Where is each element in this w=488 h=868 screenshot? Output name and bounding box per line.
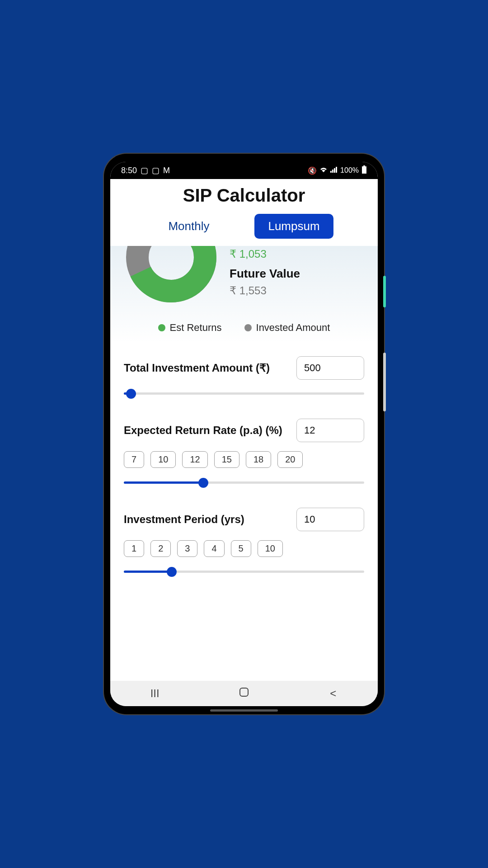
legend-returns: Est Returns [158,322,222,334]
nav-home[interactable] [204,687,284,700]
investment-period-label: Investment Period (yrs) [124,513,288,526]
svg-rect-2 [334,168,335,173]
chip-period-3[interactable]: 3 [177,540,197,557]
svg-rect-3 [336,167,337,173]
chip-rate-15[interactable]: 15 [214,451,239,468]
investment-amount-label: Total Investment Amount (₹) [124,362,288,374]
future-value: ₹ 1,553 [230,284,300,297]
mute-icon: 🔇 [308,166,317,175]
chip-period-1[interactable]: 1 [124,540,144,557]
est-returns-value: ₹ 1,053 [230,248,300,260]
nav-back[interactable]: < [293,687,374,700]
chip-rate-18[interactable]: 18 [246,451,271,468]
donut-chart [124,246,219,307]
chip-period-5[interactable]: 5 [231,540,251,557]
return-rate-slider[interactable] [124,478,364,487]
wifi-icon [319,166,328,175]
app-header: SIP Calculator [110,179,378,214]
mail-icon: M [163,166,170,175]
message-icon: ▢ [152,165,160,175]
investment-period-chips: 1 2 3 4 5 10 [124,540,364,557]
chart-legend: Est Returns Invested Amount [124,322,364,334]
return-rate-chips: 7 10 12 15 18 20 [124,451,364,468]
inputs-section: Total Investment Amount (₹) 500 Expected… [110,343,378,681]
chip-rate-10[interactable]: 10 [150,451,176,468]
power-button [383,276,386,307]
legend-invested: Invested Amount [244,322,330,334]
svg-rect-0 [330,171,332,173]
investment-period-group: Investment Period (yrs) 10 1 2 3 4 5 10 [124,508,364,576]
system-nav-bar: III < [110,681,378,706]
svg-rect-4 [363,165,365,166]
chip-rate-20[interactable]: 20 [277,451,303,468]
battery-icon [361,165,367,175]
signal-icon [330,166,338,175]
chip-period-10[interactable]: 10 [258,540,283,557]
battery-text: 100% [340,166,359,175]
chip-period-4[interactable]: 4 [204,540,224,557]
return-rate-group: Expected Return Rate (p.a) (%) 12 7 10 1… [124,419,364,487]
investment-amount-slider[interactable] [124,389,364,398]
status-time: 8:50 [121,166,137,175]
legend-dot-grey [244,324,252,331]
phone-screen: 8:50 ▢ ▢ M 🔇 100% SIP Calculator [110,162,378,706]
tabs: Monthly Lumpsum [110,214,378,246]
status-bar: 8:50 ▢ ▢ M 🔇 100% [110,162,378,179]
tab-lumpsum[interactable]: Lumpsum [254,214,333,239]
tab-monthly[interactable]: Monthly [155,214,223,239]
chart-section: ₹ 1,053 Future Value ₹ 1,553 Est Returns… [110,246,378,343]
phone-frame: 8:50 ▢ ▢ M 🔇 100% SIP Calculator [104,154,384,714]
future-value-label: Future Value [230,267,300,281]
investment-period-input[interactable]: 10 [296,508,364,531]
return-rate-input[interactable]: 12 [296,419,364,442]
investment-amount-input[interactable]: 500 [296,356,364,380]
image-icon: ▢ [141,165,148,175]
chip-rate-7[interactable]: 7 [124,451,144,468]
chip-period-2[interactable]: 2 [150,540,171,557]
svg-rect-8 [240,688,248,696]
return-rate-label: Expected Return Rate (p.a) (%) [124,424,288,437]
nav-recents[interactable]: III [115,687,195,700]
page-title: SIP Calculator [110,185,378,206]
home-indicator [210,709,278,712]
chip-rate-12[interactable]: 12 [182,451,207,468]
svg-rect-5 [362,166,366,174]
investment-amount-group: Total Investment Amount (₹) 500 [124,356,364,398]
legend-dot-green [158,324,165,331]
investment-period-slider[interactable] [124,567,364,576]
svg-rect-1 [332,170,333,173]
volume-button [383,353,386,411]
